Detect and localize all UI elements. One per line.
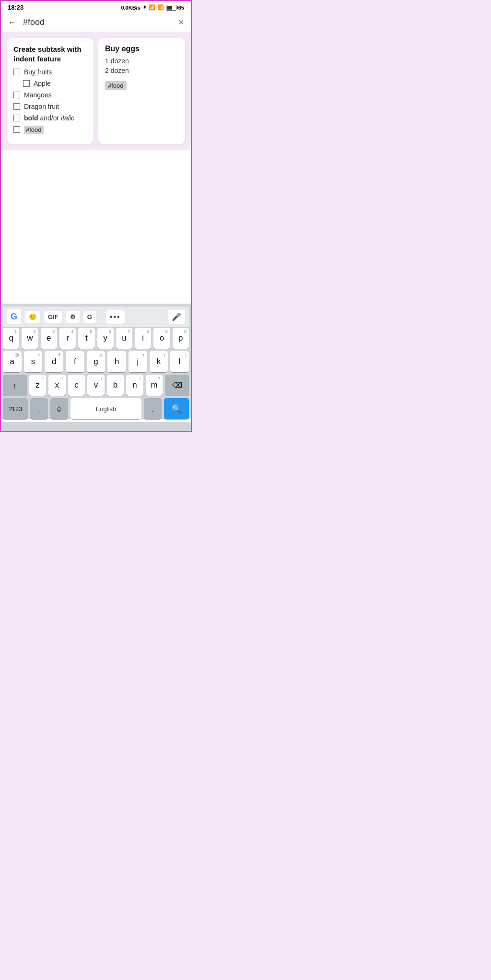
settings-button[interactable]: ⚙ bbox=[66, 311, 80, 323]
task-bold-italic[interactable]: bold and/or italic bbox=[13, 114, 87, 122]
key-f[interactable]: f- bbox=[66, 351, 84, 372]
shift-key[interactable]: ↑ bbox=[3, 375, 27, 396]
right-card-tag: #food bbox=[105, 81, 127, 90]
gif-button[interactable]: GIF bbox=[44, 311, 62, 323]
backspace-key[interactable]: ⌫ bbox=[165, 375, 189, 396]
battery-icon bbox=[166, 5, 176, 11]
key-r[interactable]: r4 bbox=[59, 328, 76, 349]
task-label-mangoes: Mangoes bbox=[24, 91, 52, 99]
key-v[interactable]: v: bbox=[87, 375, 105, 396]
key-p[interactable]: p0 bbox=[173, 328, 189, 349]
wifi-icon: 📶 bbox=[157, 4, 164, 11]
key-d[interactable]: d₹ bbox=[45, 351, 63, 372]
key-row-4: ?123 , ☺ English . 🔍 bbox=[3, 398, 189, 419]
key-o[interactable]: o9 bbox=[153, 328, 170, 349]
task-dragon-fruit[interactable]: Dragon fruit bbox=[13, 103, 87, 110]
key-x[interactable]: x" bbox=[48, 375, 66, 396]
checkbox-apple[interactable] bbox=[23, 80, 30, 87]
key-m[interactable]: m? bbox=[146, 375, 163, 396]
left-card[interactable]: Create subtask with indent feature Buy f… bbox=[7, 38, 94, 144]
key-n[interactable]: n! bbox=[126, 375, 143, 396]
network-speed: 0.0KB/s bbox=[121, 5, 140, 11]
key-a[interactable]: a@ bbox=[3, 351, 22, 372]
key-g[interactable]: g& bbox=[87, 351, 105, 372]
mic-icon: 🎤 bbox=[172, 312, 181, 321]
key-row-1: q1 w2 e3 r4 t5 y6 u7 i8 o9 p0 bbox=[3, 328, 189, 349]
task-food-tag[interactable]: #food bbox=[13, 126, 87, 134]
close-button[interactable]: × bbox=[178, 17, 184, 28]
google-icon: G bbox=[11, 312, 17, 322]
task-label-dragon-fruit: Dragon fruit bbox=[24, 103, 59, 110]
task-label-bold-italic: bold and/or italic bbox=[24, 114, 74, 122]
checkbox-food-tag[interactable] bbox=[13, 126, 20, 133]
toolbar-separator bbox=[101, 310, 101, 324]
key-b[interactable]: b; bbox=[107, 375, 124, 396]
translate-button[interactable]: G bbox=[83, 311, 96, 323]
key-i[interactable]: i8 bbox=[135, 328, 151, 349]
key-j[interactable]: j+ bbox=[129, 351, 147, 372]
space-key[interactable]: English bbox=[70, 398, 141, 419]
key-q[interactable]: q1 bbox=[3, 328, 19, 349]
key-h[interactable]: h- bbox=[107, 351, 126, 372]
key-u[interactable]: u7 bbox=[116, 328, 132, 349]
comma-key[interactable]: , bbox=[30, 398, 48, 419]
key-k[interactable]: k( bbox=[150, 351, 168, 372]
phone-frame: 18:23 0.0KB/s ✴ 📶 📶 65 ← #food × Create … bbox=[0, 0, 192, 432]
keyboard-toolbar: G 🙂 GIF ⚙ G ••• bbox=[3, 307, 189, 328]
period-key[interactable]: . bbox=[144, 398, 162, 419]
task-buy-fruits[interactable]: Buy fruits bbox=[13, 68, 87, 76]
battery-percent: 65 bbox=[178, 5, 184, 11]
checkbox-bold-italic[interactable] bbox=[13, 115, 20, 121]
status-bar: 18:23 0.0KB/s ✴ 📶 📶 65 bbox=[1, 1, 191, 13]
task-label-buy-fruits: Buy fruits bbox=[24, 68, 52, 76]
key-z[interactable]: z* bbox=[29, 375, 47, 396]
key-w[interactable]: w2 bbox=[22, 328, 38, 349]
key-row-3: ↑ z* x" c' v: b; n! m? ⌫ bbox=[3, 375, 189, 396]
sticker-button[interactable]: 🙂 bbox=[25, 311, 40, 323]
checkbox-buy-fruits[interactable] bbox=[13, 69, 20, 75]
key-e[interactable]: e3 bbox=[41, 328, 57, 349]
key-row-2: a@ s# d₹ f- g& h- j+ k( l) bbox=[3, 351, 189, 372]
sticker-icon: 🙂 bbox=[29, 313, 36, 320]
task-label-apple: Apple bbox=[34, 80, 51, 87]
status-icons: 0.0KB/s ✴ 📶 📶 65 bbox=[121, 4, 184, 11]
results-area: Create subtask with indent feature Buy f… bbox=[1, 32, 191, 150]
more-button[interactable]: ••• bbox=[106, 310, 125, 324]
search-key[interactable]: 🔍 bbox=[164, 398, 189, 419]
dots-icon: ••• bbox=[110, 313, 121, 321]
status-time: 18:23 bbox=[8, 4, 23, 11]
left-card-title: Create subtask with indent feature bbox=[13, 45, 87, 63]
mic-button[interactable]: 🎤 bbox=[168, 310, 185, 324]
key-l[interactable]: l) bbox=[170, 351, 189, 372]
signal-icon: 📶 bbox=[149, 4, 155, 11]
gear-icon: ⚙ bbox=[70, 313, 76, 320]
gif-label: GIF bbox=[48, 313, 58, 320]
emoji-key[interactable]: ☺ bbox=[50, 398, 68, 419]
back-button[interactable]: ← bbox=[8, 17, 17, 28]
num-key[interactable]: ?123 bbox=[3, 398, 28, 419]
keyboard: G 🙂 GIF ⚙ G ••• bbox=[1, 304, 191, 419]
checkbox-dragon-fruit[interactable] bbox=[13, 103, 20, 110]
bluetooth-icon: ✴ bbox=[142, 4, 147, 11]
bottom-bar bbox=[1, 422, 191, 431]
right-card-title: Buy eggs bbox=[105, 45, 178, 53]
translate-icon: G bbox=[87, 313, 92, 320]
key-s[interactable]: s# bbox=[24, 351, 43, 372]
key-t[interactable]: t5 bbox=[78, 328, 94, 349]
right-card-line-2: 2 dozen bbox=[105, 67, 178, 74]
search-query[interactable]: #food bbox=[23, 17, 178, 27]
right-card[interactable]: Buy eggs 1 dozen 2 dozen #food bbox=[98, 38, 185, 144]
content-area bbox=[1, 150, 191, 304]
checkbox-mangoes[interactable] bbox=[13, 92, 20, 98]
task-mangoes[interactable]: Mangoes bbox=[13, 91, 87, 99]
right-card-line-1: 1 dozen bbox=[105, 57, 178, 65]
google-button[interactable]: G bbox=[7, 309, 21, 324]
key-y[interactable]: y6 bbox=[97, 328, 114, 349]
task-label-food-tag: #food bbox=[24, 126, 44, 134]
search-bar: ← #food × bbox=[1, 13, 191, 32]
key-c[interactable]: c' bbox=[68, 375, 85, 396]
task-apple[interactable]: Apple bbox=[13, 80, 87, 87]
